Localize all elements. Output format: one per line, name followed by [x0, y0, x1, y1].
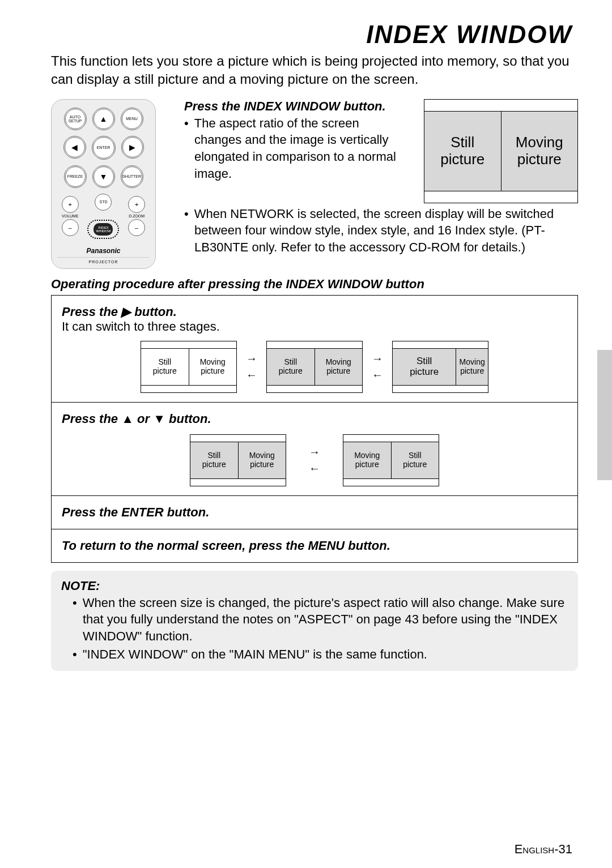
procedure-table: Press the ▶ button. It can switch to thr… [51, 295, 578, 563]
main-example-diagram: Still picture Moving picture [424, 99, 578, 203]
remote-up: ▲ [92, 108, 115, 130]
row3-label: Press the ENTER button. [62, 505, 209, 519]
stage-2: Still picture Moving picture [266, 341, 363, 393]
remote-right: ▶ [121, 136, 144, 159]
row1-text: It can switch to three stages. [62, 319, 220, 333]
note-title: NOTE: [61, 579, 568, 593]
press-heading: Press the INDEX WINDOW button. [173, 99, 407, 114]
remote-freeze: FREEZE [64, 165, 87, 188]
remote-dzoom: + D.ZOOM – [128, 196, 145, 236]
stage-3: Still picture Moving picture [392, 341, 488, 393]
note-box: NOTE: When the screen size is changed, t… [51, 571, 578, 671]
swap-b: Moving picture Still picture [343, 434, 439, 486]
proc-row-1: Press the ▶ button. It can switch to thr… [52, 295, 578, 402]
note-1: When the screen size is changed, the pic… [61, 595, 568, 645]
stage-1: Still picture Moving picture [141, 341, 237, 393]
remote-menu: MENU [121, 108, 143, 130]
remote-diagram: AUTO SETUP ▲ MENU ◀ ENTER ▶ FREEZE ▼ SHU… [51, 99, 156, 269]
remote-volume: + VOLUME – [62, 196, 79, 236]
press-bullet-2: When NETWORK is selected, the screen dis… [173, 206, 578, 256]
remote-std: STD [95, 194, 112, 211]
row4-label: To return to the normal screen, press th… [62, 538, 390, 553]
side-tab [597, 350, 612, 480]
example-still: Still picture [424, 112, 502, 191]
page-title: INDEX WINDOW [51, 20, 578, 49]
remote-index-highlight: INDEX WINDOW [87, 220, 119, 239]
note-2: "INDEX WINDOW" on the "MAIN MENU" is the… [61, 646, 568, 663]
remote-auto-setup: AUTO SETUP [64, 108, 87, 130]
remote-index-window: INDEX WINDOW [94, 223, 113, 236]
after-heading: Operating procedure after pressing the I… [51, 277, 578, 292]
page-footer: English-31 [515, 842, 572, 857]
row1-label: Press the ▶ button. [62, 305, 177, 319]
remote-left: ◀ [63, 136, 86, 159]
row2-label: Press the ▲ or ▼ button. [62, 412, 211, 426]
remote-enter: ENTER [92, 136, 116, 160]
arrow-icon: →← [246, 352, 257, 382]
press-bullet-1: The aspect ratio of the screen changes a… [173, 115, 407, 182]
remote-brand: Panasonic [57, 247, 150, 255]
proc-row-3: Press the ENTER button. [52, 495, 578, 529]
proc-row-2: Press the ▲ or ▼ button. Still picture M… [52, 402, 578, 495]
remote-down: ▼ [92, 165, 115, 188]
example-moving: Moving picture [502, 112, 578, 191]
proc-row-4: To return to the normal screen, press th… [52, 529, 578, 562]
remote-shutter: SHUTTER [121, 165, 143, 188]
arrow-icon: →← [372, 352, 383, 382]
arrow-icon: →← [309, 446, 320, 475]
remote-sublabel: PROJECTOR [57, 257, 150, 264]
swap-a: Still picture Moving picture [190, 434, 286, 486]
intro-text: This function lets you store a picture w… [51, 52, 578, 89]
